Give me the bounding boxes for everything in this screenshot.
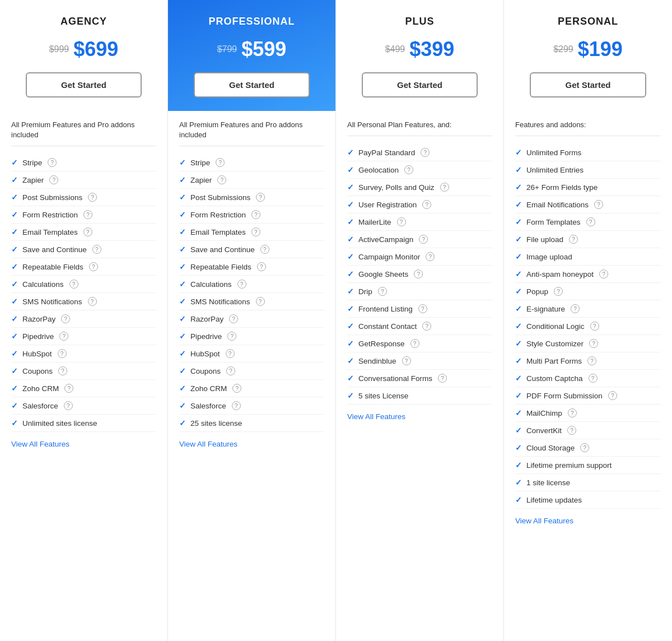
help-icon[interactable]: ? <box>251 227 260 236</box>
list-item: ✓Form Restriction? <box>11 206 156 224</box>
view-all-link-plus[interactable]: View All Features <box>347 412 492 421</box>
help-icon[interactable]: ? <box>571 304 580 313</box>
help-icon[interactable]: ? <box>88 193 97 202</box>
list-item: ✓1 site license <box>515 474 661 491</box>
get-started-button-professional[interactable]: Get Started <box>194 72 310 97</box>
view-all-link-professional[interactable]: View All Features <box>179 440 324 448</box>
feature-label: 5 sites License <box>358 392 408 400</box>
help-icon[interactable]: ? <box>92 245 101 254</box>
feature-label: Custom Captcha <box>526 374 583 383</box>
help-icon[interactable]: ? <box>64 384 73 393</box>
feature-label: Google Sheets <box>358 270 408 278</box>
help-icon[interactable]: ? <box>580 443 589 452</box>
view-all-link-personal[interactable]: View All Features <box>515 517 661 525</box>
help-icon[interactable]: ? <box>404 165 413 174</box>
help-icon[interactable]: ? <box>410 339 419 348</box>
help-icon[interactable]: ? <box>397 217 406 226</box>
checkmark-icon: ✓ <box>347 287 354 296</box>
help-icon[interactable]: ? <box>58 349 67 358</box>
help-icon[interactable]: ? <box>232 384 241 393</box>
list-item: ✓File upload? <box>515 231 661 248</box>
help-icon[interactable]: ? <box>226 349 235 358</box>
feature-label: Coupons <box>190 367 221 375</box>
help-icon[interactable]: ? <box>89 262 98 271</box>
checkmark-icon: ✓ <box>347 339 354 348</box>
get-started-button-agency[interactable]: Get Started <box>26 72 142 97</box>
list-item: ✓Calculations? <box>11 276 156 293</box>
help-icon[interactable]: ? <box>599 270 608 278</box>
help-icon[interactable]: ? <box>251 210 260 219</box>
checkmark-icon: ✓ <box>179 280 186 289</box>
help-icon[interactable]: ? <box>83 210 92 219</box>
feature-label: Lifetime premium support <box>526 461 612 470</box>
list-item: ✓Salesforce? <box>11 397 156 415</box>
help-icon[interactable]: ? <box>589 374 598 383</box>
help-icon[interactable]: ? <box>589 339 598 348</box>
help-icon[interactable]: ? <box>229 314 238 323</box>
help-icon[interactable]: ? <box>418 304 427 313</box>
help-icon[interactable]: ? <box>217 175 226 184</box>
view-all-link-agency[interactable]: View All Features <box>11 440 156 448</box>
checkmark-icon: ✓ <box>515 270 522 278</box>
help-icon[interactable]: ? <box>422 322 431 331</box>
help-icon[interactable]: ? <box>594 200 603 209</box>
help-icon[interactable]: ? <box>608 391 617 400</box>
help-icon[interactable]: ? <box>567 426 576 435</box>
feature-list-personal: ✓Unlimited Forms✓Unlimited Entries✓26+ F… <box>515 144 661 509</box>
feature-label: Campaign Monitor <box>358 253 420 261</box>
help-icon[interactable]: ? <box>49 175 58 184</box>
help-icon[interactable]: ? <box>590 322 599 331</box>
list-item: ✓Custom Captcha? <box>515 370 661 387</box>
help-icon[interactable]: ? <box>88 297 97 306</box>
get-started-button-plus[interactable]: Get Started <box>362 72 478 97</box>
help-icon[interactable]: ? <box>426 252 435 261</box>
list-item: ✓Google Sheets? <box>347 266 492 283</box>
help-icon[interactable]: ? <box>402 356 411 365</box>
help-icon[interactable]: ? <box>422 200 431 209</box>
help-icon[interactable]: ? <box>569 235 578 244</box>
help-icon[interactable]: ? <box>260 245 269 254</box>
help-icon[interactable]: ? <box>237 280 246 289</box>
feature-label: Constant Contact <box>358 322 417 331</box>
help-icon[interactable]: ? <box>438 374 447 383</box>
help-icon[interactable]: ? <box>61 314 70 323</box>
help-icon[interactable]: ? <box>232 401 241 410</box>
feature-label: E-signature <box>526 305 565 313</box>
checkmark-icon: ✓ <box>515 408 522 417</box>
list-item: ✓Stripe? <box>179 154 324 171</box>
help-icon[interactable]: ? <box>256 193 265 202</box>
help-icon[interactable]: ? <box>58 366 67 375</box>
help-icon[interactable]: ? <box>568 408 577 417</box>
list-item: ✓Post Submissions? <box>11 189 156 206</box>
help-icon[interactable]: ? <box>226 366 235 375</box>
feature-label: PayPal Standard <box>358 148 415 157</box>
help-icon[interactable]: ? <box>69 280 78 289</box>
help-icon[interactable]: ? <box>59 332 68 341</box>
checkmark-icon: ✓ <box>515 426 522 435</box>
list-item: ✓Zapier? <box>179 171 324 189</box>
help-icon[interactable]: ? <box>554 287 563 296</box>
list-item: ✓Repeatable Fields? <box>11 258 156 276</box>
help-icon[interactable]: ? <box>83 227 92 236</box>
feature-label: MailChimp <box>526 409 562 417</box>
feature-label: Sendinblue <box>358 357 396 365</box>
checkmark-icon: ✓ <box>347 304 354 313</box>
help-icon[interactable]: ? <box>586 217 595 226</box>
feature-label: Conversational Forms <box>358 374 432 383</box>
help-icon[interactable]: ? <box>227 332 236 341</box>
checkmark-icon: ✓ <box>515 252 522 261</box>
help-icon[interactable]: ? <box>378 287 387 296</box>
help-icon[interactable]: ? <box>257 262 266 271</box>
help-icon[interactable]: ? <box>64 401 73 410</box>
help-icon[interactable]: ? <box>421 148 430 157</box>
help-icon[interactable]: ? <box>440 183 449 192</box>
help-icon[interactable]: ? <box>419 235 428 244</box>
help-icon[interactable]: ? <box>48 158 57 167</box>
feature-label: Post Submissions <box>190 193 250 202</box>
feature-label: Salesforce <box>190 402 226 410</box>
help-icon[interactable]: ? <box>587 356 596 365</box>
help-icon[interactable]: ? <box>256 297 265 306</box>
get-started-button-personal[interactable]: Get Started <box>530 72 646 97</box>
help-icon[interactable]: ? <box>414 270 423 278</box>
help-icon[interactable]: ? <box>216 158 225 167</box>
